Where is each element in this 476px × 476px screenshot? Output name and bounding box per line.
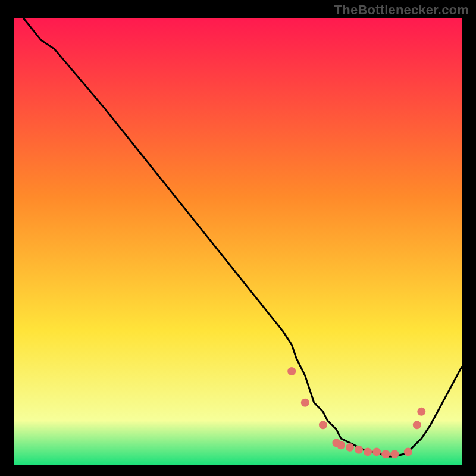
highlight-dot [319,421,327,429]
highlight-dot [346,443,354,452]
gradient-background [14,18,462,465]
bottleneck-chart [14,18,462,465]
highlight-dot [381,450,390,458]
attribution-text: TheBottlenecker.com [334,2,469,18]
chart-frame: TheBottlenecker.com [0,0,476,476]
highlight-dot [404,447,412,456]
plot-area [14,18,462,465]
highlight-dot [413,421,421,429]
highlight-dot [301,399,309,407]
highlight-dot [390,450,399,458]
highlight-dot [337,441,345,449]
highlight-dot [372,447,381,456]
highlight-dot [417,408,425,416]
highlight-dot [355,446,363,454]
highlight-dot [287,367,296,375]
highlight-dot [364,447,372,456]
